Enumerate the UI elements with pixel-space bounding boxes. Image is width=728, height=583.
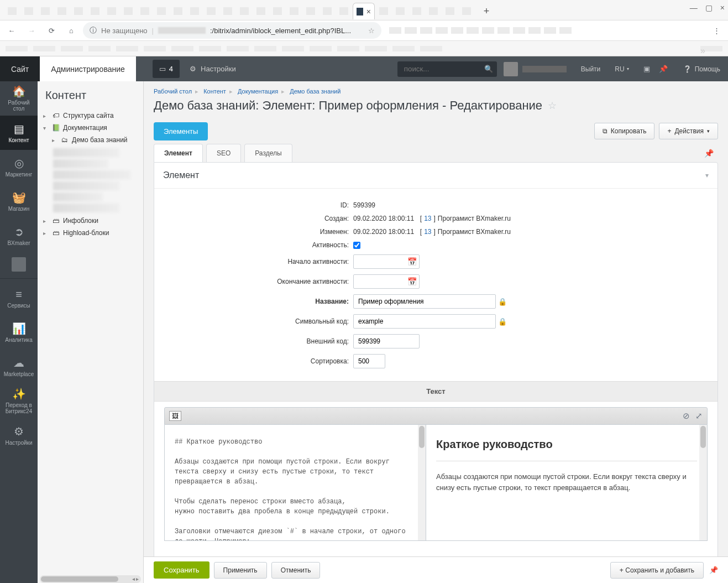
raw-textarea[interactable] xyxy=(165,425,426,540)
gear-icon: ⚙ xyxy=(190,65,196,73)
image-icon[interactable]: 🖼 xyxy=(169,411,181,421)
save-button[interactable]: Сохранить xyxy=(154,561,210,579)
sort-input[interactable] xyxy=(353,354,385,368)
menu-icon[interactable]: ⋮ xyxy=(708,22,725,39)
tab-close-icon[interactable]: × xyxy=(366,7,371,16)
breadcrumb-content[interactable]: Контент xyxy=(203,88,226,95)
calendar-icon[interactable]: 📅 xyxy=(407,277,417,286)
tree-item-highload[interactable]: ▸🗃Highload-блоки xyxy=(42,227,139,239)
rail-b24[interactable]: ✨Переход в Битрикс24 xyxy=(0,384,38,418)
created-user-link[interactable]: 13 xyxy=(424,215,431,222)
header-logout[interactable]: Выйти xyxy=(573,56,609,81)
rail-marketing[interactable]: ◎Маркетинг xyxy=(0,150,38,184)
rail-desktop[interactable]: 🏠Рабочий стол xyxy=(0,81,38,116)
header-lang[interactable]: RU ▾ xyxy=(608,56,635,81)
footer-bar: Сохранить Применить Отменить + Сохранить… xyxy=(144,556,728,583)
layers-icon: ≡ xyxy=(15,288,22,300)
rail-bxmaker[interactable]: ➲BXmaker xyxy=(0,218,38,253)
editor-help-icon[interactable]: ⊘ xyxy=(683,411,690,421)
star-icon[interactable]: ☆ xyxy=(368,27,375,35)
header-tab-site[interactable]: Сайт xyxy=(0,56,40,81)
footer-pin-icon[interactable]: 📌 xyxy=(709,566,718,574)
active-checkbox[interactable] xyxy=(353,242,360,249)
calendar-icon[interactable]: 📅 xyxy=(407,257,417,266)
browser-tab-active[interactable]: × xyxy=(353,3,375,19)
highload-icon: 🗃 xyxy=(52,229,60,237)
new-tab-button[interactable]: + xyxy=(479,3,494,19)
apply-button[interactable]: Применить xyxy=(214,562,267,579)
editor-preview-scrollbar[interactable] xyxy=(699,425,707,540)
editor-raw-scrollbar[interactable] xyxy=(418,425,426,540)
rail-services[interactable]: ≡Сервисы xyxy=(0,281,38,315)
modified-user: Програмист BXmaker.ru xyxy=(438,228,511,236)
header-settings[interactable]: ⚙ Настройки xyxy=(180,56,246,81)
bxmaker-icon: ➲ xyxy=(14,226,24,238)
cancel-button[interactable]: Отменить xyxy=(271,562,321,579)
rail-marketplace[interactable]: ☁Marketplace xyxy=(0,350,38,384)
cloud-icon: ☁ xyxy=(13,357,24,369)
pin-icon[interactable]: 📌 xyxy=(659,65,668,73)
rail-settings[interactable]: ⚙Настройки xyxy=(0,418,38,452)
book-icon: 📗 xyxy=(52,124,60,132)
window-minimize-icon[interactable]: — xyxy=(690,3,698,12)
avatar xyxy=(504,62,518,76)
favorite-star-icon[interactable]: ☆ xyxy=(548,100,557,112)
monitor-icon[interactable]: ▣ xyxy=(643,65,650,73)
tree-hscrollbar[interactable]: ◂▸ xyxy=(40,575,141,583)
header-notifications[interactable]: ▭ 4 xyxy=(153,60,180,78)
rail-analytics[interactable]: 📊Аналитика xyxy=(0,315,38,350)
nav-home-icon[interactable]: ⌂ xyxy=(63,22,80,39)
tab-sections[interactable]: Разделы xyxy=(244,144,292,162)
site-info-icon[interactable]: ⓘ xyxy=(90,25,97,35)
save-add-button[interactable]: + Сохранить и добавить xyxy=(610,562,704,579)
search-icon[interactable]: 🔍 xyxy=(480,61,497,77)
expand-icon[interactable]: ▸ xyxy=(43,230,49,236)
preview-title: Краткое руководство xyxy=(436,438,697,451)
nav-back-icon[interactable]: ← xyxy=(3,22,20,39)
tree-item-documentation[interactable]: ▾📗Документация xyxy=(42,122,139,134)
tree-item-infoblocks[interactable]: ▸🗃Инфоблоки xyxy=(42,215,139,227)
window-maximize-icon[interactable]: ▢ xyxy=(705,3,713,12)
nav-forward-icon[interactable]: → xyxy=(23,22,40,39)
tabs-pin-icon[interactable]: 📌 xyxy=(700,144,718,162)
breadcrumb-documentation[interactable]: Документация xyxy=(238,88,278,95)
active-to-input[interactable]: 📅 xyxy=(353,274,420,289)
nav-reload-icon[interactable]: ⟳ xyxy=(43,22,60,39)
tree-item-site-structure[interactable]: ▸🏷Структура сайта xyxy=(42,110,139,122)
xml-input[interactable] xyxy=(353,334,420,348)
tab-element[interactable]: Элемент xyxy=(154,144,203,162)
rail-avatar[interactable] xyxy=(12,257,26,272)
window-close-icon[interactable]: × xyxy=(720,3,725,12)
expand-icon[interactable]: ▸ xyxy=(43,218,49,224)
collapse-panel-icon[interactable]: ▾ xyxy=(705,171,709,179)
header-tab-admin[interactable]: Администрирование xyxy=(40,56,136,81)
collapse-icon[interactable]: ▾ xyxy=(43,125,49,131)
expand-icon[interactable]: ▸ xyxy=(43,113,49,119)
header-search-input[interactable] xyxy=(397,61,480,77)
workarea: Рабочий стол▸ Контент▸ Документация▸ Дем… xyxy=(144,81,728,583)
fullscreen-icon[interactable]: ⤢ xyxy=(695,411,703,421)
code-input[interactable] xyxy=(353,314,496,329)
name-input[interactable] xyxy=(353,294,496,309)
active-from-input[interactable]: 📅 xyxy=(353,254,420,269)
header-help[interactable]: ❔ Помощь xyxy=(675,56,728,81)
bookmarks-overflow-icon[interactable]: » xyxy=(700,46,722,51)
header-user[interactable] xyxy=(497,56,573,81)
lock-icon[interactable]: 🔒 xyxy=(498,317,507,326)
copy-button[interactable]: ⧉Копировать xyxy=(594,123,655,139)
expand-icon[interactable]: ▸ xyxy=(52,137,57,143)
iblock-icon: 🗂 xyxy=(61,136,69,144)
modified-value: 09.02.2020 18:00:11 xyxy=(353,228,414,236)
modified-user-link[interactable]: 13 xyxy=(424,228,431,236)
elements-button[interactable]: Элементы xyxy=(154,122,208,140)
tree-item-demo-kb[interactable]: ▸🗂Демо база знаний xyxy=(51,134,139,146)
breadcrumb-demo-kb[interactable]: Демо база знаний xyxy=(290,88,341,95)
element-panel: Элемент▾ ID:599399 Создан:09.02.2020 18:… xyxy=(154,162,718,583)
breadcrumb-desktop[interactable]: Рабочий стол xyxy=(154,88,192,95)
rail-content[interactable]: ▤Контент xyxy=(0,116,38,150)
rail-shop[interactable]: 🧺Магазин xyxy=(0,184,38,218)
actions-button[interactable]: +Действия▾ xyxy=(659,123,718,139)
lock-icon[interactable]: 🔒 xyxy=(498,298,507,306)
address-bar[interactable]: ⓘ Не защищено | :/bitrix/admin/iblock_el… xyxy=(83,22,381,39)
tab-seo[interactable]: SEO xyxy=(206,144,241,162)
